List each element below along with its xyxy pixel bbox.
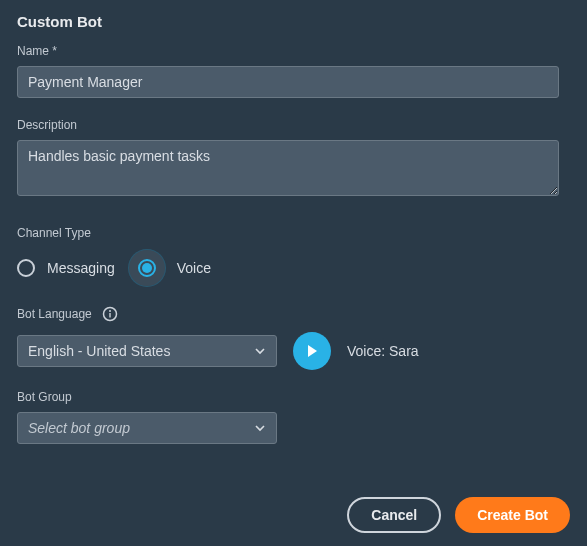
channel-type-label: Channel Type [17, 226, 570, 240]
description-input[interactable] [17, 140, 559, 196]
bot-group-select[interactable]: Select bot group [17, 412, 277, 444]
bot-language-select[interactable]: English - United States [17, 335, 277, 367]
description-label: Description [17, 118, 570, 132]
info-icon[interactable] [102, 306, 118, 322]
svg-rect-2 [109, 313, 110, 318]
radio-unchecked-icon [17, 259, 35, 277]
bot-group-placeholder: Select bot group [28, 420, 130, 436]
play-icon [304, 343, 320, 359]
voice-label: Voice: Sara [347, 343, 419, 359]
radio-messaging-label: Messaging [47, 260, 115, 276]
radio-voice[interactable]: Voice [129, 250, 211, 286]
page-title: Custom Bot [17, 13, 570, 30]
bot-group-label: Bot Group [17, 390, 570, 404]
chevron-down-icon [254, 422, 266, 434]
name-input[interactable] [17, 66, 559, 98]
bot-language-selected: English - United States [28, 343, 170, 359]
radio-checked-icon [129, 250, 165, 286]
svg-point-1 [109, 310, 111, 312]
radio-voice-label: Voice [177, 260, 211, 276]
create-bot-button[interactable]: Create Bot [455, 497, 570, 533]
chevron-down-icon [254, 345, 266, 357]
name-label: Name * [17, 44, 570, 58]
cancel-button[interactable]: Cancel [347, 497, 441, 533]
radio-messaging[interactable]: Messaging [17, 259, 115, 277]
bot-language-label: Bot Language [17, 307, 92, 321]
play-voice-button[interactable] [293, 332, 331, 370]
